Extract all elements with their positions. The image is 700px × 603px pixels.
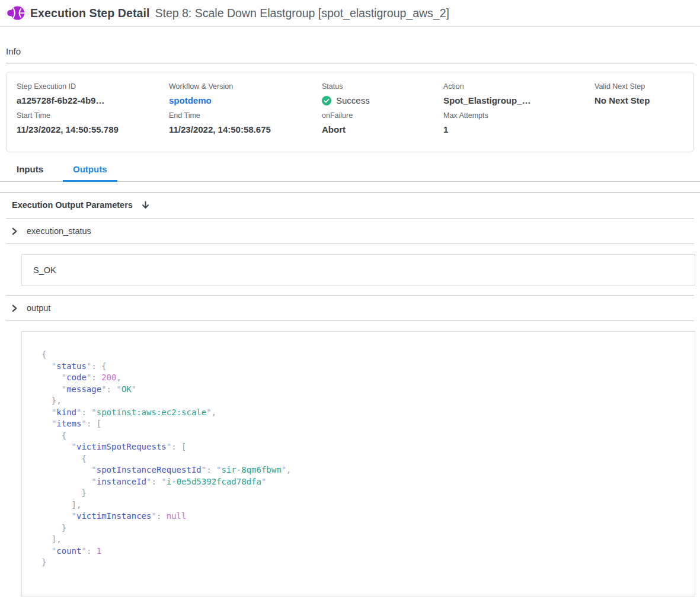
start-time-value: 11/23/2022, 14:50:55.789 bbox=[17, 124, 169, 134]
valid-next-step-value: No Next Step bbox=[594, 95, 693, 105]
param-row-execution-status[interactable]: execution_status bbox=[6, 219, 694, 244]
on-failure-value: Abort bbox=[322, 124, 443, 134]
field-action: Action Spot_Elastigroup_… bbox=[443, 82, 594, 111]
download-icon[interactable] bbox=[141, 201, 150, 210]
field-empty bbox=[594, 111, 693, 140]
param-name: output bbox=[27, 303, 50, 313]
output-json-code: { "status": { "code": 200, "message": "O… bbox=[41, 349, 689, 569]
workflow-link[interactable]: spotdemo bbox=[169, 95, 322, 105]
success-check-icon bbox=[322, 96, 331, 105]
field-label: Start Time bbox=[17, 111, 169, 120]
field-label: Step Execution ID bbox=[17, 82, 169, 91]
field-label: Status bbox=[322, 82, 443, 91]
action-value: Spot_Elastigroup_… bbox=[443, 95, 594, 105]
field-end-time: End Time 11/23/2022, 14:50:58.675 bbox=[169, 111, 322, 140]
chevron-right-icon bbox=[11, 304, 18, 312]
chevron-right-icon bbox=[11, 227, 18, 235]
execution-status-value: S_OK bbox=[33, 265, 56, 275]
main-content: Info Step Execution ID a125728f-6b22-4b9… bbox=[0, 46, 700, 596]
tab-outputs[interactable]: Outputs bbox=[63, 164, 117, 181]
status-text: Success bbox=[336, 95, 370, 105]
output-params-header: Execution Output Parameters bbox=[6, 193, 694, 219]
execution-status-value-box: S_OK bbox=[21, 254, 695, 286]
field-valid-next-step: Valid Next Step No Next Step bbox=[594, 82, 693, 111]
io-tabs: Inputs Outputs bbox=[0, 162, 700, 182]
page-subtitle: Step 8: Scale Down Elastgroup [spot_elas… bbox=[155, 7, 449, 20]
param-name: execution_status bbox=[27, 226, 91, 236]
field-label: Workflow & Version bbox=[169, 82, 322, 91]
page-title: Execution Step Detail bbox=[30, 7, 149, 20]
field-label: Max Attempts bbox=[443, 111, 594, 120]
field-workflow-version: Workflow & Version spotdemo bbox=[169, 82, 322, 111]
app-header: Execution Step Detail Step 8: Scale Down… bbox=[0, 0, 700, 27]
step-execution-id-value: a125728f-6b22-4b9… bbox=[17, 95, 169, 105]
field-on-failure: onFailure Abort bbox=[322, 111, 443, 140]
field-label: Valid Next Step bbox=[594, 82, 693, 91]
output-json-box: { "status": { "code": 200, "message": "O… bbox=[21, 331, 695, 596]
info-section-heading: Info bbox=[6, 46, 694, 63]
param-row-output[interactable]: output bbox=[6, 296, 694, 321]
status-value: Success bbox=[322, 95, 443, 105]
output-params-title: Execution Output Parameters bbox=[12, 200, 133, 210]
end-time-value: 11/23/2022, 14:50:58.675 bbox=[169, 124, 322, 134]
brand-logo-icon bbox=[7, 5, 25, 21]
tab-inputs[interactable]: Inputs bbox=[17, 164, 49, 181]
step-info-card: Step Execution ID a125728f-6b22-4b9… Wor… bbox=[6, 72, 694, 152]
field-start-time: Start Time 11/23/2022, 14:50:55.789 bbox=[17, 111, 169, 140]
field-label: onFailure bbox=[322, 111, 443, 120]
field-label: Action bbox=[443, 82, 594, 91]
field-label: End Time bbox=[169, 111, 322, 120]
field-status: Status Success bbox=[322, 82, 443, 111]
field-max-attempts: Max Attempts 1 bbox=[443, 111, 594, 140]
max-attempts-value: 1 bbox=[443, 124, 594, 134]
field-step-execution-id: Step Execution ID a125728f-6b22-4b9… bbox=[17, 82, 169, 111]
